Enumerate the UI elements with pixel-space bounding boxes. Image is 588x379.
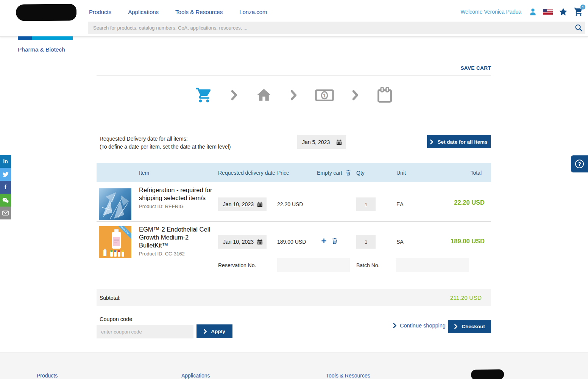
subtotal-value: 211.20 USD <box>450 294 482 301</box>
unit-price: 22.20 USD <box>277 201 303 207</box>
col-total: Total <box>470 163 482 182</box>
reservation-no-input[interactable] <box>277 258 350 272</box>
cart-table-header: Item Requested delivery date Price Empty… <box>97 163 491 182</box>
checkout-label: Checkout <box>462 324 485 329</box>
calendar-icon <box>257 202 263 207</box>
continue-shopping-label: Continue shopping <box>400 323 446 329</box>
product-id: Product ID: CC-3162 <box>139 251 215 257</box>
company-logo-redacted <box>16 4 76 21</box>
step-payment-banknote-icon: 1 <box>315 89 334 102</box>
header: Products Applications Tools & Resources … <box>0 0 588 37</box>
search-bar <box>88 22 585 34</box>
product-title: EGM™-2 Endothelial Cell Growth Medium-2 … <box>139 226 215 249</box>
continue-shopping-link[interactable]: Continue shopping <box>393 323 446 329</box>
date-value: Jan 10, 2023 <box>223 239 254 245</box>
chevron-right-icon <box>393 323 396 328</box>
cart-icon[interactable]: 1 <box>574 7 583 17</box>
col-qty: Qty <box>356 163 365 182</box>
linkedin-glyph: in <box>3 158 8 164</box>
footer: Products Applications Tools & Resources <box>0 352 588 379</box>
welcome-user-link[interactable]: Welcome Veronica Padua <box>460 9 521 15</box>
svg-text:1: 1 <box>323 92 326 98</box>
tab-pharma-biotech[interactable]: Pharma & Biotech <box>18 46 65 53</box>
coupon-code-label: Coupon code <box>100 316 132 322</box>
main-nav: Products Applications Tools & Resources … <box>89 9 267 15</box>
batch-no-label: Batch No. <box>356 262 379 268</box>
nav-products[interactable]: Products <box>89 9 111 15</box>
row-date-picker[interactable]: Jan 10, 2023 <box>218 235 267 249</box>
calendar-icon <box>336 139 342 145</box>
footer-logo-redacted <box>471 369 504 379</box>
step-calendar-icon <box>377 87 393 103</box>
remove-item-trash-icon[interactable] <box>331 237 338 246</box>
row-date-picker[interactable]: Jan 10, 2023 <box>218 197 267 211</box>
calendar-icon <box>257 239 263 245</box>
empty-cart-button[interactable]: Empty cart <box>317 163 351 182</box>
step-cart-icon <box>195 86 213 104</box>
set-date-all-items-button[interactable]: Set date for all items <box>427 135 491 148</box>
chevron-right-icon <box>290 90 297 100</box>
help-button[interactable]: ? <box>571 155 588 172</box>
linkedin-icon[interactable]: in <box>0 155 11 168</box>
footer-link-applications[interactable]: Applications <box>181 373 210 379</box>
us-flag-language-icon[interactable] <box>543 9 553 15</box>
date-value: Jan 5, 2023 <box>302 139 330 145</box>
apply-coupon-button[interactable]: Apply <box>197 324 232 338</box>
footer-link-tools-resources[interactable]: Tools & Resources <box>326 373 370 379</box>
product-image-egm-kit: Ready to Ship <box>99 226 131 258</box>
cart-row-refrigeration: Refrigeration - required for shipping se… <box>97 182 491 222</box>
cart-row-egm-bulletkit: Ready to Ship EGM™-2 Endothelial Cell Gr… <box>97 222 491 279</box>
question-mark-icon: ? <box>575 160 584 168</box>
colorbar-dark-segment <box>18 36 32 40</box>
search-icon[interactable] <box>572 22 585 34</box>
col-requested-date: Requested delivery date <box>218 163 275 182</box>
col-item: Item <box>139 163 149 182</box>
apply-label: Apply <box>211 329 225 334</box>
favorites-star-icon[interactable] <box>558 7 568 17</box>
checkout-button[interactable]: Checkout <box>448 320 491 333</box>
reservation-no-label: Reservation No. <box>218 262 256 268</box>
batch-no-input[interactable] <box>396 258 469 272</box>
account-row: Welcome Veronica Padua 1 <box>460 7 583 17</box>
chevron-right-icon <box>430 139 433 144</box>
subtotal-bar: Subtotal: 211.20 USD <box>97 289 491 306</box>
qty-input[interactable] <box>356 197 376 211</box>
all-items-date-picker[interactable]: Jan 5, 2023 <box>297 135 346 149</box>
divider <box>97 75 491 76</box>
search-input[interactable] <box>88 22 572 34</box>
footer-link-products[interactable]: Products <box>37 373 58 379</box>
facebook-glyph: f <box>5 184 6 191</box>
checkout-progress: 1 <box>97 83 491 107</box>
product-title: Refrigeration - required for shipping se… <box>139 186 215 202</box>
nav-lonza-com[interactable]: Lonza.com <box>239 9 267 15</box>
step-home-icon <box>256 87 272 103</box>
product-image-refrigeration <box>99 188 131 220</box>
facebook-icon[interactable]: f <box>0 181 11 194</box>
date-value: Jan 10, 2023 <box>223 201 254 207</box>
cart-badge: 1 <box>580 4 586 10</box>
subtotal-label: Subtotal: <box>100 295 120 301</box>
wechat-icon[interactable] <box>0 194 11 207</box>
nav-applications[interactable]: Applications <box>128 9 159 15</box>
brand-colorbar <box>18 36 73 40</box>
set-date-label: Set date for all items <box>437 139 487 145</box>
line-total: 22.20 USD <box>454 199 485 206</box>
colorbar-light-segment <box>32 36 73 40</box>
col-price: Price <box>277 163 289 182</box>
trash-icon <box>345 169 351 176</box>
col-unit: Unit <box>396 163 406 182</box>
save-cart-link[interactable]: SAVE CART <box>97 65 491 71</box>
email-icon[interactable] <box>0 207 11 219</box>
add-item-plus-icon[interactable] <box>321 238 327 246</box>
social-share-sidebar: in f <box>0 155 11 219</box>
qty-input[interactable] <box>356 235 376 249</box>
chevron-right-icon <box>352 90 359 100</box>
chevron-right-icon <box>231 90 237 100</box>
twitter-icon[interactable] <box>0 168 11 181</box>
empty-cart-label: Empty cart <box>317 170 342 176</box>
user-account-icon[interactable] <box>529 8 537 16</box>
product-info: Refrigeration - required for shipping se… <box>139 186 215 209</box>
coupon-code-input[interactable] <box>97 325 193 338</box>
nav-tools-resources[interactable]: Tools & Resources <box>175 9 223 15</box>
unit-of-measure: EA <box>396 201 404 207</box>
